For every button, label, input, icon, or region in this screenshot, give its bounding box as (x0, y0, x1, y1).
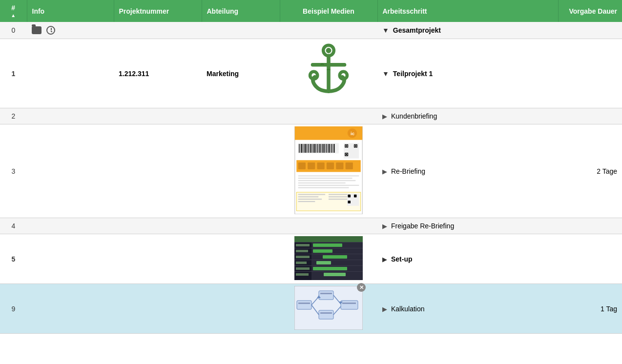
svg-rect-87 (313, 267, 347, 270)
svg-rect-80 (294, 265, 363, 266)
col-header-info: Info (27, 0, 114, 22)
svg-rect-83 (313, 243, 342, 247)
row-number: 2 (0, 108, 27, 124)
svg-rect-26 (318, 144, 319, 153)
svg-rect-72 (354, 195, 357, 198)
svg-rect-11 (299, 144, 299, 153)
svg-rect-15 (304, 144, 304, 153)
svg-rect-21 (312, 144, 312, 153)
svg-rect-65 (298, 199, 322, 200)
svg-rect-109 (342, 303, 356, 304)
flow-thumbnail[interactable]: ✕ (294, 286, 363, 331)
svg-rect-54 (336, 162, 343, 169)
svg-rect-88 (324, 273, 346, 276)
expand-icon[interactable]: ▶ (382, 255, 387, 263)
row-abteilung (202, 124, 280, 218)
folder-icon (32, 26, 41, 34)
arbeitsschritt-label: Gesamtprojekt (393, 26, 441, 34)
row-projektnummer (114, 124, 202, 218)
arbeitsschritt-label: Kundenbriefing (391, 112, 437, 120)
row-number: 4 (0, 218, 27, 234)
table-row: 11.212.311Marketing .anchor-path { fill:… (0, 39, 622, 108)
svg-rect-32 (326, 144, 327, 153)
row-vorgabe: 2 Tage (558, 124, 622, 218)
svg-rect-99 (341, 301, 358, 309)
row-vorgabe (558, 218, 622, 234)
table-row: 3 ic (0, 124, 622, 218)
svg-rect-36 (332, 144, 332, 153)
table-row: 9 ✕▶Kalkulation1 Tag (0, 284, 622, 334)
svg-rect-22 (313, 144, 313, 153)
col-abteilung-label: Abteilung (207, 7, 239, 15)
row-number: 1 (0, 39, 27, 108)
arbeitsschritt-label: Re-Briefing (391, 167, 425, 175)
svg-rect-86 (316, 261, 331, 264)
expand-icon[interactable]: ▶ (382, 112, 387, 120)
row-number: 3 (0, 124, 27, 218)
arbeitsschritt-label: Set-up (391, 255, 413, 263)
row-arbeitsschritt: ▶Kundenbriefing (377, 108, 558, 124)
row-projektnummer: 1.212.311 (114, 39, 202, 108)
row-abteilung (202, 22, 280, 39)
svg-point-4 (340, 72, 347, 79)
svg-rect-64 (298, 196, 319, 197)
svg-rect-82 (294, 236, 363, 242)
svg-rect-61 (298, 187, 349, 188)
col-header-hash: # ▲ (0, 0, 27, 22)
collapse-icon[interactable]: ▼ (382, 26, 389, 34)
table-row: 0▼Gesamtprojekt (0, 22, 622, 39)
svg-rect-76 (294, 242, 363, 243)
svg-rect-68 (329, 196, 349, 197)
svg-rect-73 (348, 201, 351, 203)
row-media (280, 234, 377, 284)
row-arbeitsschritt: ▶Set-up (377, 234, 558, 284)
svg-rect-98 (319, 310, 333, 319)
row-vorgabe (558, 39, 622, 108)
svg-rect-89 (296, 244, 310, 246)
col-header-arbeitsschritt: Arbeitsschritt (377, 0, 558, 22)
expand-icon[interactable]: ▶ (382, 167, 387, 175)
row-media (280, 108, 377, 124)
svg-rect-85 (323, 255, 347, 259)
row-arbeitsschritt: ▶Re-Briefing (377, 124, 558, 218)
svg-rect-18 (308, 144, 309, 153)
svg-rect-19 (310, 144, 310, 153)
svg-rect-30 (324, 144, 325, 153)
svg-rect-91 (296, 256, 310, 258)
svg-rect-81 (294, 271, 363, 272)
row-projektnummer (114, 108, 202, 124)
svg-rect-20 (311, 144, 311, 153)
svg-rect-71 (348, 195, 351, 198)
row-projektnummer (114, 234, 202, 284)
row-info (27, 39, 114, 108)
svg-text:ic: ic (351, 131, 355, 136)
sort-arrow-icon[interactable]: ▲ (11, 13, 16, 18)
close-badge-icon[interactable]: ✕ (357, 283, 366, 292)
svg-rect-59 (298, 182, 346, 183)
row-info (27, 108, 114, 124)
gantt-thumbnail[interactable] (282, 236, 375, 282)
svg-rect-77 (294, 248, 363, 248)
col-arbeitsschritt-label: Arbeitsschritt (383, 7, 427, 15)
document-thumbnail[interactable]: ic (294, 126, 363, 216)
row-abteilung (202, 218, 280, 234)
svg-rect-31 (325, 144, 326, 153)
collapse-icon[interactable]: ▼ (382, 70, 389, 78)
row-abteilung: Marketing (202, 39, 280, 108)
row-arbeitsschritt: ▼Gesamtprojekt (377, 22, 558, 39)
svg-rect-34 (329, 144, 330, 153)
svg-rect-106 (298, 303, 310, 304)
col-info-label: Info (32, 7, 45, 15)
svg-rect-50 (298, 162, 306, 169)
expand-icon[interactable]: ▶ (382, 305, 387, 313)
svg-rect-37 (332, 144, 333, 153)
anchor-icon: .anchor-path { fill: #4a8a40; opacity: 0… (302, 41, 355, 104)
arbeitsschritt-label: Freigabe Re-Briefing (391, 222, 454, 230)
expand-icon[interactable]: ▶ (382, 222, 387, 230)
row-arbeitsschritt: ▶Freigabe Re-Briefing (377, 218, 558, 234)
row-media: ✕ (280, 284, 377, 334)
row-projektnummer (114, 218, 202, 234)
row-arbeitsschritt: ▼Teilprojekt 1 (377, 39, 558, 108)
row-vorgabe: 1 Tag (558, 284, 622, 334)
svg-rect-108 (320, 312, 332, 314)
